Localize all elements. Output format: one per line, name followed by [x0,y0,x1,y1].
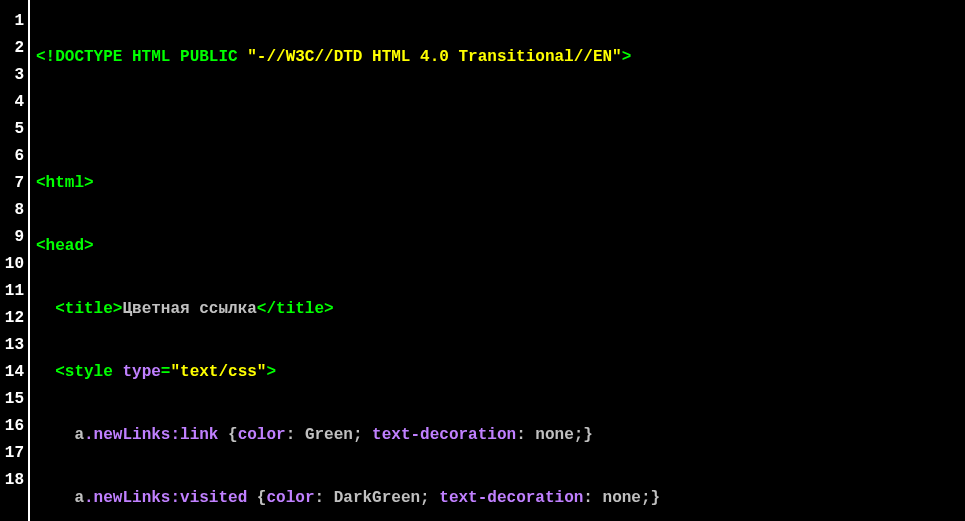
token-brace: } [583,426,593,444]
token-value: DarkGreen [334,489,420,507]
token-value: Green [305,426,353,444]
line-number: 15 [4,386,24,413]
token-pseudo: :link [170,426,228,444]
token-value: none [535,426,573,444]
token-selector: a [74,489,84,507]
token-string: "-//W3C//DTD HTML 4.0 Transitional//EN" [247,48,621,66]
token-prop: text-decoration [439,489,583,507]
token-punct: ; [574,426,584,444]
token-punct: ; [420,489,439,507]
line-number: 9 [4,224,24,251]
line-number: 5 [4,116,24,143]
token-punct: : [583,489,602,507]
line-number: 12 [4,305,24,332]
code-line[interactable]: <style type="text/css"> [36,359,959,386]
line-number: 3 [4,62,24,89]
token-doctype: > [622,48,632,66]
code-line[interactable]: <head> [36,233,959,260]
token-brace: { [228,426,238,444]
line-number: 2 [4,35,24,62]
token-tag: <html> [36,174,94,192]
token-doctype: HTML PUBLIC [132,48,247,66]
token-punct: = [161,363,171,381]
indent [36,300,55,318]
token-selector: a [74,426,84,444]
token-doctype: <!DOCTYPE [36,48,132,66]
line-number: 18 [4,467,24,494]
token-tag: > [266,363,276,381]
token-prop: color [238,426,286,444]
token-prop: text-decoration [372,426,516,444]
token-string: "text/css" [170,363,266,381]
code-line[interactable]: a.newLinks:visited {color: DarkGreen; te… [36,485,959,512]
token-class: .newLinks [84,426,170,444]
line-number: 7 [4,170,24,197]
token-tag: <head> [36,237,94,255]
indent [36,489,74,507]
token-attr: type [122,363,160,381]
token-punct: : [286,426,305,444]
token-punct: ; [641,489,651,507]
line-number: 10 [4,251,24,278]
line-number: 11 [4,278,24,305]
line-number: 13 [4,332,24,359]
token-tag: <title> [55,300,122,318]
code-line[interactable]: <html> [36,170,959,197]
line-number: 14 [4,359,24,386]
token-class: .newLinks [84,489,170,507]
token-tag: </title> [257,300,334,318]
token-value: none [603,489,641,507]
indent [36,426,74,444]
token-punct: ; [353,426,372,444]
indent [36,363,55,381]
token-prop: color [266,489,314,507]
token-brace: } [651,489,661,507]
token-punct: : [516,426,535,444]
line-number: 6 [4,143,24,170]
line-number: 17 [4,440,24,467]
line-number-gutter: 1 2 3 4 5 6 7 8 9 10 11 12 13 14 15 16 1… [0,0,30,521]
line-number: 8 [4,197,24,224]
code-editor[interactable]: 1 2 3 4 5 6 7 8 9 10 11 12 13 14 15 16 1… [0,0,965,521]
line-number: 1 [4,8,24,35]
token-tag: <style [55,363,122,381]
token-punct: : [314,489,333,507]
token-text: Цветная ссылка [122,300,256,318]
token-pseudo: :visited [170,489,256,507]
code-line[interactable] [36,107,959,134]
line-number: 16 [4,413,24,440]
code-line[interactable]: a.newLinks:link {color: Green; text-deco… [36,422,959,449]
line-number: 4 [4,89,24,116]
code-line[interactable]: <title>Цветная ссылка</title> [36,296,959,323]
code-area[interactable]: <!DOCTYPE HTML PUBLIC "-//W3C//DTD HTML … [30,0,965,521]
code-line[interactable]: <!DOCTYPE HTML PUBLIC "-//W3C//DTD HTML … [36,44,959,71]
